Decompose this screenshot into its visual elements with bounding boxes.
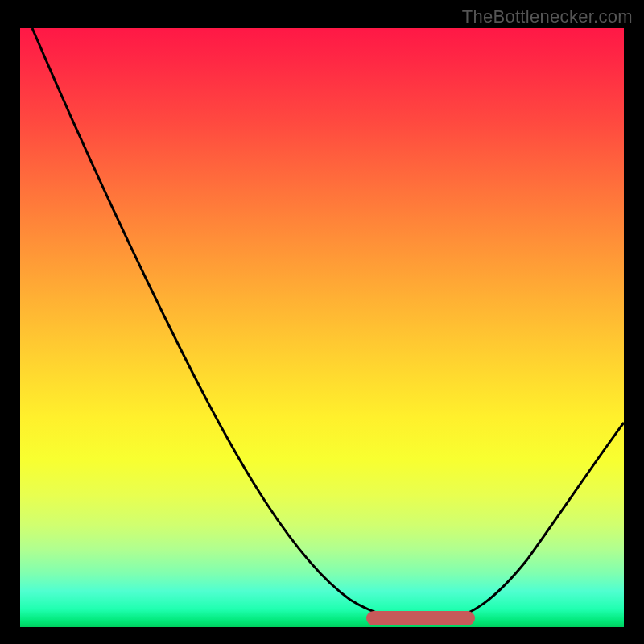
- chart-plot: [20, 28, 624, 627]
- bottleneck-curve: [20, 28, 624, 627]
- curve-path: [32, 28, 624, 621]
- attribution-text: TheBottlenecker.com: [462, 6, 633, 27]
- minimum-accent-bar: [366, 611, 475, 625]
